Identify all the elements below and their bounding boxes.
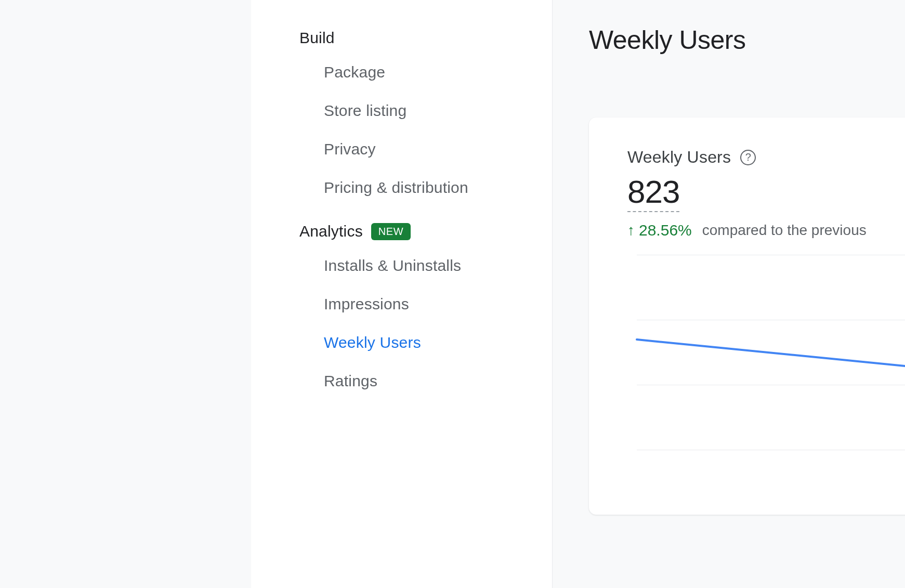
sidebar-item-privacy[interactable]: Privacy <box>251 130 552 168</box>
sidebar-item-installs-uninstalls[interactable]: Installs & Uninstalls <box>251 246 552 285</box>
weekly-users-chart <box>627 255 905 515</box>
sidebar-item-package[interactable]: Package <box>251 53 552 92</box>
main-content: Weekly Users Weekly Users ? 823 ↑ 28.56%… <box>553 0 905 588</box>
sidebar-item-label: Package <box>324 63 385 81</box>
sidebar-item-label: Weekly Users <box>324 334 421 351</box>
sidebar-item-label: Pricing & distribution <box>324 179 468 196</box>
sidebar-item-label: Privacy <box>324 140 376 158</box>
sidebar-item-label: Impressions <box>324 295 409 312</box>
sidebar-item-impressions[interactable]: Impressions <box>251 285 552 323</box>
card-title: Weekly Users <box>627 148 731 167</box>
sidebar-item-label: Store listing <box>324 102 406 119</box>
trend-percent: 28.56% <box>639 221 692 239</box>
metric-value: 823 <box>627 173 679 212</box>
new-badge: NEW <box>371 223 411 240</box>
card-header: Weekly Users ? <box>627 148 905 167</box>
sidebar-item-label: Installs & Uninstalls <box>324 257 461 274</box>
sidebar-item-pricing-distribution[interactable]: Pricing & distribution <box>251 168 552 207</box>
trend-indicator: ↑ 28.56% <box>627 221 692 239</box>
sidebar-item-weekly-users[interactable]: Weekly Users <box>251 323 552 362</box>
sidebar-section-label: Analytics <box>299 223 363 240</box>
sidebar-item-label: Ratings <box>324 372 377 389</box>
sidebar-item-store-listing[interactable]: Store listing <box>251 92 552 130</box>
app-layout: Build Package Store listing Privacy Pric… <box>0 0 905 588</box>
left-gutter <box>0 0 251 588</box>
trend-compare-text: compared to the previous <box>702 222 867 239</box>
sidebar-item-ratings[interactable]: Ratings <box>251 362 552 400</box>
sidebar-section-label: Build <box>299 29 335 47</box>
arrow-up-icon: ↑ <box>627 223 635 238</box>
chart-line-svg <box>627 255 905 515</box>
help-icon[interactable]: ? <box>740 150 756 165</box>
sidebar-section-analytics[interactable]: Analytics NEW <box>251 216 552 246</box>
trend-row: ↑ 28.56% compared to the previous <box>627 221 905 239</box>
sidebar: Build Package Store listing Privacy Pric… <box>251 0 553 588</box>
weekly-users-card: Weekly Users ? 823 ↑ 28.56% compared to … <box>589 117 905 515</box>
sidebar-section-build[interactable]: Build <box>251 23 552 53</box>
page-title: Weekly Users <box>589 25 905 55</box>
